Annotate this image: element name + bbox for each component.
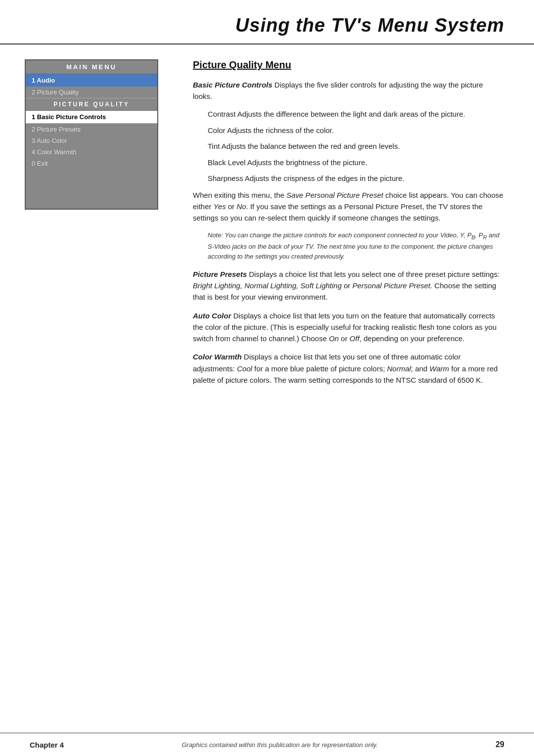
menu-spacer: [26, 169, 157, 209]
main-menu-label: MAIN MENU: [26, 60, 157, 74]
submenu-item-auto-color-text: 3 Auto Color: [32, 137, 67, 144]
block-basic-picture-controls: Basic Picture Controls Displays the five…: [193, 80, 504, 102]
footer-chapter: Chapter 4: [30, 741, 64, 749]
para-color-warmth: Color Warmth Displays a choice list that…: [193, 351, 504, 386]
submenu-item-auto-color[interactable]: 3 Auto Color: [26, 135, 157, 146]
menu-item-picture-quality[interactable]: 2 Picture Quality: [26, 87, 157, 98]
main-content: MAIN MENU 1 Audio 2 Picture Quality PICT…: [0, 44, 534, 407]
submenu-item-exit-text: 0 Exit: [32, 160, 48, 167]
block-sharpness: Sharpness Adjusts the crispness of the e…: [208, 173, 504, 184]
section-title: Picture Quality Menu: [193, 59, 504, 71]
submenu-item-color-warmth[interactable]: 4 Color Warmth: [26, 146, 157, 158]
term-sharpness: Sharpness: [208, 174, 243, 182]
submenu-item-exit[interactable]: 0 Exit: [26, 158, 157, 169]
block-tint: Tint Adjusts the balance between the red…: [208, 141, 504, 152]
menu-item-picture-quality-text: 2 Picture Quality: [32, 89, 79, 96]
term-black-level: Black Level: [208, 158, 246, 167]
text-sharpness: Adjusts the crispness of the edges in th…: [245, 174, 404, 182]
term-contrast: Contrast: [208, 110, 236, 118]
submenu-item-presets[interactable]: 2 Picture Presets: [26, 124, 157, 135]
block-color: Color Adjusts the richness of the color.: [208, 125, 504, 136]
para-note: Note: You can change the picture control…: [208, 230, 504, 262]
para-picture-presets: Picture Presets Displays a choice list t…: [193, 268, 504, 303]
page-number: 29: [495, 740, 504, 749]
text-color: Adjusts the richness of the color.: [227, 126, 334, 134]
para-save-preset: When exiting this menu, the Save Persona…: [193, 189, 504, 224]
menu-item-audio[interactable]: 1 Audio: [26, 74, 157, 87]
block-black-level: Black Level Adjusts the brightness of th…: [208, 157, 504, 169]
chapter-label: Chapter: [30, 741, 58, 749]
text-tint: Adjusts the balance between the red and …: [222, 142, 400, 150]
page-title: Using the TV's Menu System: [30, 15, 504, 36]
term-basic-picture-controls: Basic Picture Controls: [193, 81, 272, 89]
footer-note: Graphics contained within this publicati…: [181, 741, 377, 749]
submenu-item-presets-text: 2 Picture Presets: [32, 126, 81, 133]
page-footer: Chapter 4 Graphics contained within this…: [0, 733, 534, 756]
term-tint: Tint: [208, 142, 220, 150]
submenu-item-basic[interactable]: 1 Basic Picture Controls: [26, 111, 157, 124]
chapter-number: 4: [60, 741, 64, 749]
submenu-label: PICTURE QUALITY: [26, 98, 157, 111]
text-contrast: Adjusts the difference between the light…: [237, 110, 465, 118]
para-auto-color: Auto Color Displays a choice list that l…: [193, 310, 504, 345]
menu-item-audio-text: 1 Audio: [32, 77, 55, 84]
left-column: MAIN MENU 1 Audio 2 Picture Quality PICT…: [25, 59, 173, 393]
text-black-level: Adjusts the brightness of the picture.: [247, 158, 367, 167]
submenu-item-basic-text: 1 Basic Picture Controls: [32, 113, 106, 121]
page-header: Using the TV's Menu System: [0, 0, 534, 44]
term-color: Color: [208, 126, 225, 134]
tv-menu: MAIN MENU 1 Audio 2 Picture Quality PICT…: [25, 59, 158, 210]
right-column: Picture Quality Menu Basic Picture Contr…: [188, 59, 504, 393]
block-contrast: Contrast Adjusts the difference between …: [208, 109, 504, 120]
submenu-item-color-warmth-text: 4 Color Warmth: [32, 148, 77, 156]
